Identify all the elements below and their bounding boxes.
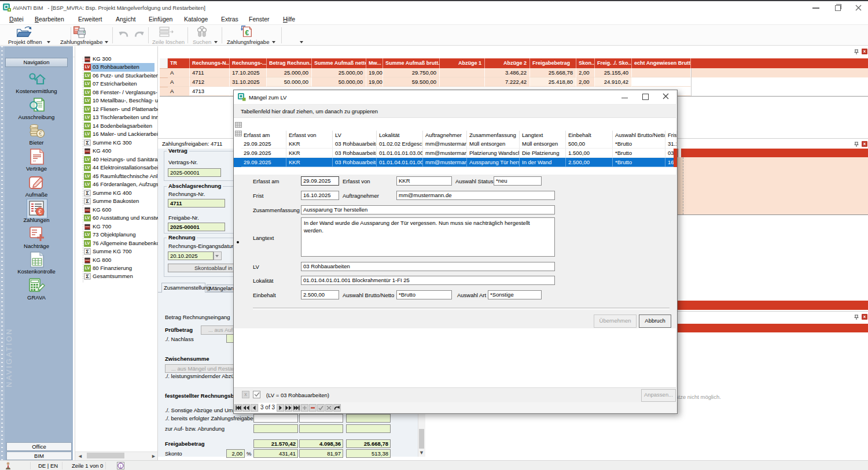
svg-text:Σ: Σ [86, 140, 89, 146]
svg-text:Σ: Σ [86, 273, 89, 279]
svg-text:Σ: Σ [86, 249, 89, 254]
svg-text:€: € [38, 209, 42, 215]
svg-text:Σ: Σ [86, 190, 89, 196]
svg-text:€: € [245, 29, 249, 37]
svg-text:€: € [39, 131, 42, 137]
svg-text:Σ: Σ [86, 198, 89, 204]
svg-text:i: i [120, 464, 122, 469]
